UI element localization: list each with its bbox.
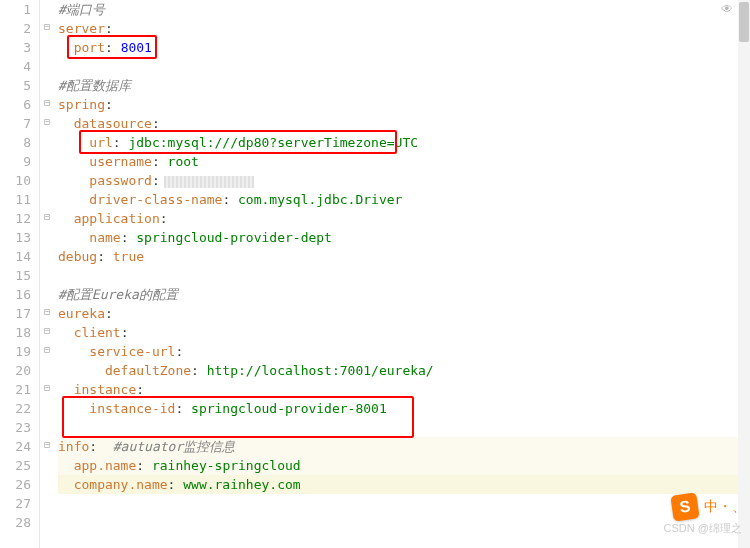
scrollbar-thumb[interactable] [739,2,749,42]
fold-column: ⊟ ⊟ ⊟ ⊟ ⊟ ⊟ ⊟ ⊟ ⊟ [40,0,54,548]
code-area[interactable]: #端口号 server: port: 8001 #配置数据库 spring: d… [54,0,750,548]
line-number: 8 [0,133,31,152]
yaml-key: driver-class-name [89,192,222,207]
yaml-key: spring [58,97,105,112]
line-number: 5 [0,76,31,95]
yaml-key: password [89,173,152,188]
obscured-password [164,176,254,188]
ime-logo-icon: S [670,492,699,521]
code-line: spring: [58,95,750,114]
line-number: 9 [0,152,31,171]
yaml-key: name [89,230,120,245]
code-line: info: #autuator监控信息 [58,437,750,456]
yaml-comment: #端口号 [58,2,105,17]
line-number: 12 [0,209,31,228]
fold-toggle-icon[interactable]: ⊟ [42,326,52,336]
yaml-key: username [89,154,152,169]
editor-top-icons: 👁 [720,2,734,16]
line-number: 15 [0,266,31,285]
yaml-key: url [89,135,112,150]
yaml-key: datasource [74,116,152,131]
code-line [58,513,750,532]
code-line: client: [58,323,750,342]
code-line: #端口号 [58,0,750,19]
yaml-comment: #配置Eureka的配置 [58,287,178,302]
ime-badge[interactable]: S 中・、 [672,494,746,520]
line-number-gutter: 1 2 3 4 5 6 7 8 9 10 11 12 13 14 15 16 1… [0,0,40,548]
code-line [58,494,750,513]
line-number: 26 [0,475,31,494]
line-number: 22 [0,399,31,418]
code-line: url: jdbc:mysql:///dp80?serverTimezone=U… [58,133,750,152]
line-number: 25 [0,456,31,475]
line-number: 18 [0,323,31,342]
code-line: debug: true [58,247,750,266]
yaml-comment: #配置数据库 [58,78,131,93]
yaml-key: company.name [74,477,168,492]
line-number: 4 [0,57,31,76]
watermark-text: CSDN @绵理之 [664,521,742,536]
fold-toggle-icon[interactable]: ⊟ [42,98,52,108]
ime-text: 中・、 [704,498,746,516]
line-number: 13 [0,228,31,247]
line-number: 21 [0,380,31,399]
yaml-key: info [58,439,89,454]
line-number: 27 [0,494,31,513]
fold-toggle-icon[interactable]: ⊟ [42,440,52,450]
code-line: server: [58,19,750,38]
line-number: 1 [0,0,31,19]
yaml-key: client [74,325,121,340]
line-number: 20 [0,361,31,380]
yaml-key: instance-id [89,401,175,416]
yaml-key: app.name [74,458,137,473]
code-line: username: root [58,152,750,171]
yaml-value: rainhey-springcloud [152,458,301,473]
yaml-value: www.rainhey.com [183,477,300,492]
line-number: 23 [0,418,31,437]
yaml-key: defaultZone [105,363,191,378]
fold-toggle-icon[interactable]: ⊟ [42,22,52,32]
code-line: name: springcloud-provider-dept [58,228,750,247]
line-number: 6 [0,95,31,114]
fold-toggle-icon[interactable]: ⊟ [42,212,52,222]
line-number: 16 [0,285,31,304]
code-line: eureka: [58,304,750,323]
code-line [58,266,750,285]
code-line: datasource: [58,114,750,133]
code-line: application: [58,209,750,228]
code-line: driver-class-name: com.mysql.jdbc.Driver [58,190,750,209]
yaml-value: springcloud-provider-dept [136,230,332,245]
yaml-key: service-url [89,344,175,359]
yaml-key: eureka [58,306,105,321]
reader-mode-icon[interactable]: 👁 [720,2,734,16]
yaml-comment: #autuator监控信息 [113,439,235,454]
code-line: defaultZone: http://localhost:7001/eurek… [58,361,750,380]
line-number: 3 [0,38,31,57]
code-line: #配置数据库 [58,76,750,95]
yaml-key: debug [58,249,97,264]
yaml-key: application [74,211,160,226]
line-number: 14 [0,247,31,266]
scrollbar-track[interactable] [738,0,750,548]
line-number: 28 [0,513,31,532]
code-line [58,418,750,437]
yaml-value: com.mysql.jdbc.Driver [238,192,402,207]
fold-toggle-icon[interactable]: ⊟ [42,383,52,393]
line-number: 19 [0,342,31,361]
yaml-value: jdbc:mysql:///dp80?serverTimezone=UTC [128,135,418,150]
fold-toggle-icon[interactable]: ⊟ [42,307,52,317]
fold-toggle-icon[interactable]: ⊟ [42,345,52,355]
line-number: 11 [0,190,31,209]
code-line: password: [58,171,750,190]
code-line [58,57,750,76]
line-number: 7 [0,114,31,133]
line-number: 2 [0,19,31,38]
code-line: app.name: rainhey-springcloud [58,456,750,475]
code-editor[interactable]: 1 2 3 4 5 6 7 8 9 10 11 12 13 14 15 16 1… [0,0,750,548]
yaml-key: instance [74,382,137,397]
fold-toggle-icon[interactable]: ⊟ [42,117,52,127]
yaml-value: springcloud-provider-8001 [191,401,387,416]
code-line: #配置Eureka的配置 [58,285,750,304]
code-line: instance-id: springcloud-provider-8001 [58,399,750,418]
yaml-key: server [58,21,105,36]
